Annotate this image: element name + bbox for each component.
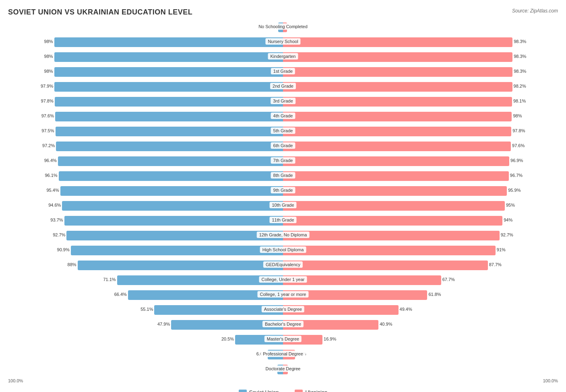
center-label: 3rd Grade — [271, 98, 295, 104]
bar-row: 2% No Schooling Completed 1.8% — [8, 21, 558, 34]
value-left: 47.9% — [154, 322, 170, 326]
bar-row: 92.7% 12th Grade, No Diploma 92.7% — [8, 229, 558, 242]
bar-row-inner: 93.7% 11th Grade 94% — [8, 214, 558, 228]
bar-row-inner: 94.6% 10th Grade 95% — [8, 199, 558, 213]
bar-row: 20.5% Master's Degree 16.9% — [8, 333, 558, 347]
bar-row: 95.4% 9th Grade 95.9% — [8, 184, 558, 198]
center-label: GED/Equivalency — [263, 261, 303, 268]
bar-right — [283, 261, 488, 270]
bar-left — [117, 275, 283, 285]
legend: Soviet Union Ukrainian — [8, 389, 558, 392]
bar-row: 98% Kindergarten 98.3% — [8, 50, 558, 64]
value-left: 98% — [37, 69, 53, 74]
bar-row-inner: 96.1% 8th Grade 96.7% — [8, 169, 558, 183]
bar-left — [59, 171, 283, 181]
bar-row: 71.1% College, Under 1 year 67.7% — [8, 273, 558, 287]
center-label: 9th Grade — [271, 187, 295, 193]
value-right: 95.9% — [508, 188, 521, 193]
bar-row-inner: 95.4% 9th Grade 95.9% — [8, 184, 558, 198]
bar-row: 47.9% Bachelor's Degree 40.9% — [8, 318, 558, 332]
bar-row: 97.5% 5th Grade 97.8% — [8, 125, 558, 138]
center-label: Professional Degree — [260, 351, 306, 357]
bar-row-inner: 98% 1st Grade 98.3% — [8, 65, 558, 79]
bar-row-inner: 20.5% Master's Degree 16.9% — [8, 333, 558, 347]
center-label: 7th Grade — [271, 157, 295, 164]
value-left: 97.8% — [37, 99, 54, 103]
bar-row-inner: 97.6% 4th Grade 98% — [8, 110, 558, 123]
center-label: College, Under 1 year — [259, 276, 307, 283]
bar-left — [55, 97, 283, 107]
value-left: 95.4% — [43, 188, 59, 193]
bar-left — [56, 127, 283, 136]
chart-container: SOVIET UNION VS UKRAINIAN EDUCATION LEVE… — [0, 0, 566, 392]
bar-right — [283, 97, 512, 107]
value-left: 88% — [60, 262, 76, 267]
center-label: Doctorate Degree — [263, 365, 303, 372]
bar-right — [283, 246, 496, 255]
value-left: 93.7% — [47, 218, 63, 222]
value-right: 92.7% — [501, 232, 513, 237]
center-label: Kindergarten — [268, 53, 298, 60]
center-label: 10th Grade — [269, 202, 296, 208]
center-label: 5th Grade — [271, 127, 295, 134]
legend-soviet-color — [239, 390, 247, 392]
bar-row-inner: 47.9% Bachelor's Degree 40.9% — [8, 318, 558, 332]
bar-left — [64, 216, 283, 226]
bar-row-inner: 97.2% 6th Grade 97.6% — [8, 140, 558, 153]
bar-row-inner: 98% Kindergarten 98.3% — [8, 50, 558, 64]
bar-row-inner: 55.1% Associate's Degree 49.4% — [8, 303, 558, 317]
center-label: 6th Grade — [271, 142, 295, 149]
center-label: 12th Grade, No Diploma — [257, 232, 310, 238]
legend-ukrainian: Ukrainian — [295, 389, 327, 392]
value-right: 96.9% — [510, 158, 523, 163]
value-left: 71.1% — [100, 277, 116, 282]
center-label: Nursery School — [265, 38, 300, 45]
center-label: 2nd Grade — [270, 83, 296, 89]
bar-row-inner: 97.9% 2nd Grade 98.2% — [8, 80, 558, 94]
center-label: Master's Degree — [264, 336, 302, 342]
bar-row-inner: 6.6% Professional Degree 5.1% — [8, 348, 558, 361]
bar-right — [283, 231, 500, 240]
value-left: 97.6% — [38, 113, 54, 118]
bar-left — [78, 261, 283, 270]
value-left: 98% — [37, 39, 53, 44]
center-label: No Schooling Completed — [256, 23, 310, 30]
value-left: 92.7% — [49, 232, 65, 237]
value-left: 97.9% — [37, 84, 53, 88]
value-right: 97.8% — [512, 128, 525, 133]
bar-row-inner: 71.1% College, Under 1 year 67.7% — [8, 273, 558, 287]
bar-row: 97.9% 2nd Grade 98.2% — [8, 80, 558, 94]
value-right: 87.7% — [489, 262, 502, 267]
value-left: 94.6% — [45, 203, 61, 207]
bar-left — [66, 231, 283, 240]
bar-row: 55.1% Associate's Degree 49.4% — [8, 303, 558, 317]
bar-row: 90.9% High School Diploma 91% — [8, 244, 558, 257]
bar-row-inner: 66.4% College, 1 year or more 61.8% — [8, 288, 558, 302]
bar-left — [62, 201, 283, 211]
value-right: 98.3% — [514, 69, 526, 74]
bottom-left-label: 100.0% — [8, 378, 23, 383]
bar-row-inner: 96.4% 7th Grade 96.9% — [8, 154, 558, 168]
center-label: High School Diploma — [260, 246, 306, 253]
value-right: 16.9% — [324, 337, 336, 341]
bar-left — [54, 82, 283, 92]
bar-row: 97.2% 6th Grade 97.6% — [8, 140, 558, 153]
bottom-labels: 100.0% 100.0% — [8, 378, 558, 383]
bar-left — [58, 156, 283, 166]
bar-right — [283, 127, 511, 136]
bar-row-inner: 97.5% 5th Grade 97.8% — [8, 125, 558, 138]
bar-row: 98% Nursery School 98.3% — [8, 35, 558, 49]
bar-right — [283, 142, 511, 151]
legend-soviet: Soviet Union — [239, 389, 279, 392]
value-left: 96.1% — [41, 173, 58, 178]
bar-row: 96.1% 8th Grade 96.7% — [8, 169, 558, 183]
value-left: 90.9% — [54, 247, 70, 252]
bar-row-inner: 98% Nursery School 98.3% — [8, 35, 558, 49]
bottom-right-label: 100.0% — [543, 378, 558, 383]
chart-rows: 2% No Schooling Completed 1.8% — [8, 21, 558, 376]
bar-row-inner: 88% GED/Equivalency 87.7% — [8, 259, 558, 272]
bar-right — [283, 112, 512, 121]
value-right: 98.3% — [514, 39, 526, 44]
value-left: 97.5% — [38, 128, 54, 133]
value-left: 66.4% — [111, 292, 127, 297]
